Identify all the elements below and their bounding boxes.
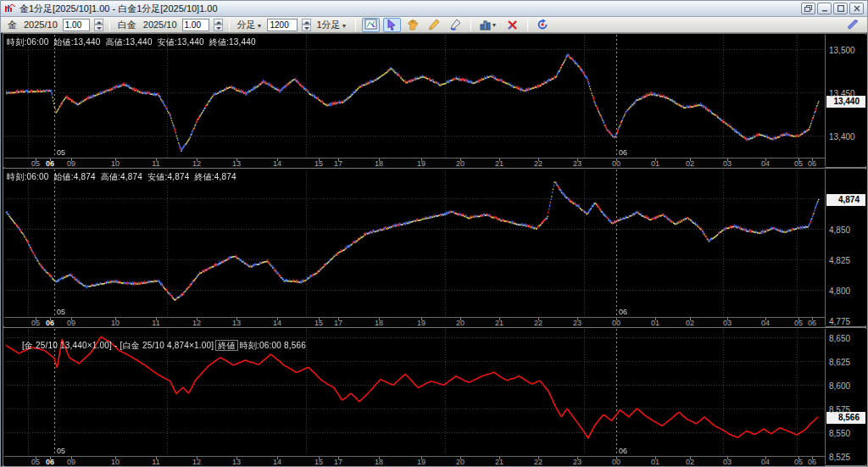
time-label: 11 [148,319,164,327]
time-label: 20 [453,159,468,168]
refresh-icon [537,19,548,31]
bar-count-input[interactable] [267,19,298,31]
gold-time-axis[interactable]: 0506091011121314151718192021222300010203… [4,158,825,168]
time-label: 09 [64,159,79,168]
time-label: 23 [570,458,585,466]
time-label: 01 [648,458,663,466]
spread-price-label: 8,625 [829,358,850,367]
data-window-icon [364,19,377,31]
time-label: 13 [229,159,244,168]
spread-line-chart[interactable] [4,329,825,456]
time-label: 17 [331,159,346,168]
time-label: 06 [804,319,820,327]
time-label: 02 [682,458,698,466]
toolbar-separator [355,19,356,31]
time-label: 12 [189,319,204,327]
time-label: 02 [682,159,698,168]
interval-dropdown[interactable]: 1分足▼ [316,19,347,31]
time-label: 22 [531,159,546,168]
time-label: 21 [492,319,507,327]
time-label: 00 [609,159,624,168]
spread-price-label: 8,575 [829,405,850,414]
gold-multiplier-spinner[interactable] [94,19,103,31]
time-label: 18 [371,458,387,466]
time-label: 14 [270,458,285,466]
time-label: 01 [648,319,663,327]
time-label: 06 [804,458,820,466]
gold-candlestick-chart[interactable] [4,35,825,158]
gold-price-axis[interactable]: 13,440 13,50013,45013,400 [825,35,866,166]
platinum-symbol-label: 白金 [118,19,136,31]
spread-price-axis[interactable]: 8,566 8,6508,6258,6008,5758,5508,525 [825,329,866,464]
platinum-multiplier-spinner[interactable] [214,19,223,31]
wrench-icon [847,19,859,31]
time-label: 04 [758,319,773,327]
pencil-icon [428,19,440,31]
bar-chart-icon [480,19,491,31]
platinum-candlestick-chart[interactable] [4,170,825,317]
time-label: 09 [64,319,79,327]
time-label: 11 [148,159,164,168]
gold-price-label: 13,500 [829,46,855,55]
time-label: 23 [570,319,585,327]
time-label: 10 [108,159,123,168]
time-label: 14 [270,319,285,327]
time-label: 21 [492,458,507,466]
platinum-time-axis[interactable]: 0506091011121314151718192021222300010203… [4,317,825,327]
time-label: 20 [453,458,468,466]
maximize-button[interactable] [833,3,848,14]
minimize-button[interactable] [817,3,832,14]
gold-contract-month: 2025/10 [24,19,58,30]
time-label: 06 [42,458,58,466]
time-label: 12 [189,159,204,168]
bartype-dropdown[interactable]: 分足▼ [237,19,263,31]
settings-wrench-button[interactable] [847,19,859,31]
spread-time-axis[interactable]: 0506091011121314151718192021222300010203… [4,456,825,466]
time-label: 22 [531,458,546,466]
chart-type-button[interactable]: ▼ [477,18,500,32]
toolbar-separator [229,19,230,31]
pen-tool-button[interactable] [447,18,465,32]
time-label: 10 [108,458,123,466]
time-label: 13 [229,458,244,466]
bar-count-spinner[interactable] [302,19,311,31]
time-label: 05 [28,458,43,466]
gold-price-label: 13,400 [829,132,855,142]
data-window-button[interactable] [362,18,380,32]
spread-chart-panel: [金 25/10 13,440×1.00] - [白金 25/10 4,874×… [3,327,866,466]
toolbar-separator [109,19,110,31]
platinum-contract-month: 2025/10 [143,19,177,30]
time-label: 06 [804,159,820,168]
spread-price-label: 8,650 [829,334,850,343]
platinum-last-price-box: 4,874 [826,194,865,206]
time-label: 18 [371,159,387,168]
refresh-button[interactable] [534,18,552,32]
platinum-chart-panel: 時刻:06:00 始値:4,874 高値:4,874 安値:4,874 終値:4… [3,168,866,327]
time-label: 19 [414,319,429,327]
select-tool-button[interactable] [383,18,401,32]
time-label: 19 [414,159,429,168]
pencil-tool-button[interactable] [426,18,443,32]
close-button[interactable] [849,3,864,14]
platinum-price-axis[interactable]: 4,874 4,8504,8254,8004,775 [825,170,866,325]
time-label: 05 [28,319,43,327]
time-label: 05 [28,159,43,168]
time-label: 04 [758,159,773,168]
pen-icon [449,19,461,31]
select-arrow-icon [387,19,397,31]
time-label: 04 [758,458,773,466]
time-label: 09 [64,458,79,466]
spread-price-label: 8,600 [829,381,850,391]
time-label: 02 [682,319,698,327]
pan-tool-button[interactable] [404,18,422,32]
float-window-button[interactable] [801,3,815,14]
time-label: 19 [414,458,429,466]
gold-multiplier-input[interactable] [63,19,90,31]
time-label: 03 [720,159,735,168]
spread-price-label: 8,525 [829,453,850,462]
platinum-price-label: 4,825 [829,256,850,265]
platinum-multiplier-input[interactable] [182,19,209,31]
title-bar[interactable]: 金1分足[2025/10]1.00 - 白金1分足[2025/10]1.00 [1,1,867,17]
gold-symbol-label: 金 [8,19,17,31]
delete-button[interactable] [504,18,521,32]
